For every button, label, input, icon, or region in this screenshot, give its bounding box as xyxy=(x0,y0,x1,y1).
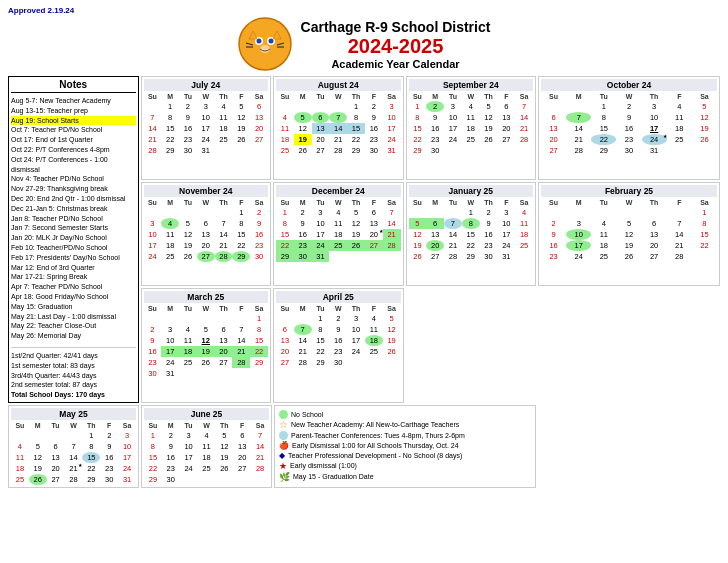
legend-conf-label: Parent-Teacher Conferences: Tues 4-8pm, … xyxy=(291,432,465,439)
note-item: May 26: Memorial Day xyxy=(11,331,136,341)
cal-cell: 15 xyxy=(161,123,179,134)
day-header: F xyxy=(232,92,250,101)
cal-cell: 28 xyxy=(144,145,162,156)
note-item: Feb 17: Presidents' Day/No School xyxy=(11,253,136,263)
note-item: Oct 7: Teacher PD/No School xyxy=(11,125,136,135)
month-title-feb25: February 25 xyxy=(541,185,717,197)
cal-cell: 2 xyxy=(179,101,197,112)
stat-item: 1st/2nd Quarter: 42/41 days xyxy=(11,351,136,361)
cal-cell: 31 xyxy=(197,145,215,156)
approved-text: Approved 2.19.24 xyxy=(8,6,720,15)
cal-cell: 8 xyxy=(161,112,179,123)
school-name: Carthage R-9 School District xyxy=(301,19,491,35)
stat-item: 2nd semester total: 87 days xyxy=(11,380,136,390)
calendar-feb25: February 25 Su M Tu W Th F Sa 1 2 3 4 5 xyxy=(538,182,720,286)
notes-bottom-spacer xyxy=(538,405,720,488)
cal-cell: 26 xyxy=(232,134,250,145)
month-title-nov24: November 24 xyxy=(144,185,269,197)
calendar-may25: May 25 Su M Tu W Th F Sa 1 2 3 4 5 6 7 xyxy=(8,405,139,488)
notes-stats: 1st/2nd Quarter: 42/41 days 1st semester… xyxy=(11,347,136,400)
cal-cell: 6 xyxy=(250,101,268,112)
cal-cell: 11 xyxy=(215,112,233,123)
stat-item: 3rd/4th Quarter: 44/43 days xyxy=(11,371,136,381)
calendar-subtitle: Academic Year Calendar xyxy=(301,58,491,70)
notes-title: Notes xyxy=(11,79,136,93)
legend-new-teacher: ☆ New Teacher Academy: All New-to-Cartha… xyxy=(279,420,531,430)
day-header: Th xyxy=(215,92,233,101)
header: Carthage R-9 School District 2024-2025 A… xyxy=(8,17,720,72)
cal-cell: 18 xyxy=(215,123,233,134)
calendar-july24: July 24 Su M Tu W Th F Sa 1 2 3 4 5 6 7 … xyxy=(141,76,272,180)
notes-content: Aug 5-7: New Teacher Academy Aug 13-15: … xyxy=(11,96,136,341)
note-item: Nov 27-29: Thanksgiving break xyxy=(11,184,136,194)
calendar-dec24: December 24 Su M Tu W Th F Sa 1 2 3 4 5 … xyxy=(273,182,404,286)
day-header: Sa xyxy=(250,92,268,101)
note-item: Jan 7: Second Semester Starts xyxy=(11,223,136,233)
note-item: Apr 7: Teacher PD/No School xyxy=(11,282,136,292)
cal-cell: 22 xyxy=(161,134,179,145)
note-item: May 22: Teacher Close-Out xyxy=(11,321,136,331)
cal-cell: 9 xyxy=(179,112,197,123)
cal-cell: 17 xyxy=(197,123,215,134)
day-header: W xyxy=(197,92,215,101)
month-title-jan25: January 25 xyxy=(409,185,534,197)
month-title-jun25: June 25 xyxy=(144,408,269,420)
cal-cell: 4 xyxy=(215,101,233,112)
cal-cell: 10 xyxy=(197,112,215,123)
calendar-oct24: October 24 Su M Tu W Th F Sa 1 2 3 4 5 6… xyxy=(538,76,720,180)
cal-cell: 30 xyxy=(179,145,197,156)
note-item: Oct 22: P/T Conferences 4-8pm xyxy=(11,145,136,155)
month-title-dec24: December 24 xyxy=(276,185,401,197)
month-title-oct24: October 24 xyxy=(541,79,717,91)
bottom-section: May 25 Su M Tu W Th F Sa 1 2 3 4 5 6 7 xyxy=(8,405,720,488)
legend-early-dismissal: ★ Early dismissal (1:00) xyxy=(279,461,531,471)
legend-new-teacher-label: New Teacher Academy: All New-to-Carthage… xyxy=(291,421,459,428)
day-header: M xyxy=(161,92,179,101)
header-text: Carthage R-9 School District 2024-2025 A… xyxy=(301,19,491,70)
stat-item: 1st semester total: 83 days xyxy=(11,361,136,371)
calendar-sep24: September 24 Su M Tu W Th F Sa 1 2 3 4 5… xyxy=(406,76,537,180)
cal-cell: 25 xyxy=(215,134,233,145)
cal-cell xyxy=(215,145,233,156)
note-item: Apr 18: Good Friday/No School xyxy=(11,292,136,302)
note-item: Mar 17-21: Spring Break xyxy=(11,272,136,282)
note-item: Nov 4: Teacher PD/No School xyxy=(11,174,136,184)
cal-cell: 24 xyxy=(197,134,215,145)
cal-cell: 12 xyxy=(232,112,250,123)
cal-cell xyxy=(250,145,268,156)
month-title-may25: May 25 xyxy=(11,408,136,420)
legend-early-oct-label: Early Dismissal 1:00 for All Schools Thu… xyxy=(292,442,459,449)
month-title-aug24: August 24 xyxy=(276,79,401,91)
cal-cell: 29 xyxy=(161,145,179,156)
calendar-mar25: March 25 Su M Tu W Th F Sa 1 2 3 4 5 xyxy=(141,288,272,403)
calendar-aug24: August 24 Su M Tu W Th F Sa 1 2 3 4 5 xyxy=(273,76,404,180)
legend-no-school-label: No School xyxy=(291,411,323,418)
page: Approved 2.19.24 Carthage R-9 School Dis… xyxy=(0,0,728,494)
cal-cell: 7 xyxy=(144,112,162,123)
note-item: Jan 20: MLK Jr Day/No School xyxy=(11,233,136,243)
stat-item: Total School Days: 170 days xyxy=(11,390,136,400)
note-item: Oct 24: P/T Conferences - 1:00 dismissal xyxy=(11,155,136,175)
legend-grad-label: May 15 - Graduation Date xyxy=(293,473,374,480)
calendar-jan25: January 25 Su M Tu W Th F Sa 1 2 3 4 5 6… xyxy=(406,182,537,286)
cal-cell: 20 xyxy=(250,123,268,134)
note-item: Aug 5-7: New Teacher Academy xyxy=(11,96,136,106)
cal-cell xyxy=(232,145,250,156)
legend-no-school: No School xyxy=(279,410,531,419)
note-item: Mar 12: End of 3rd Quarter xyxy=(11,263,136,273)
day-header: Su xyxy=(144,92,162,101)
legend-area: No School ☆ New Teacher Academy: All New… xyxy=(274,405,536,488)
month-title-jul24: July 24 xyxy=(144,79,269,91)
cal-cell: 23 xyxy=(179,134,197,145)
note-item: Dec 21-Jan 5: Christmas break xyxy=(11,204,136,214)
legend-pd-label: Teacher Professional Development - No Sc… xyxy=(288,452,462,459)
legend-early-dismissal-oct: 🍎 Early Dismissal 1:00 for All Schools T… xyxy=(279,441,531,450)
cal-cell: 1 xyxy=(161,101,179,112)
cal-cell: 21 xyxy=(144,134,162,145)
calendar-grid: July 24 Su M Tu W Th F Sa 1 2 3 4 5 6 7 … xyxy=(8,76,720,405)
cal-cell: 16 xyxy=(179,123,197,134)
cal-cell xyxy=(144,101,162,112)
note-item: Oct 17: End of 1st Quarter xyxy=(11,135,136,145)
note-item: May 21: Last Day - 1:00 dismissal xyxy=(11,312,136,322)
note-item: Aug 19: School Starts xyxy=(11,116,136,126)
